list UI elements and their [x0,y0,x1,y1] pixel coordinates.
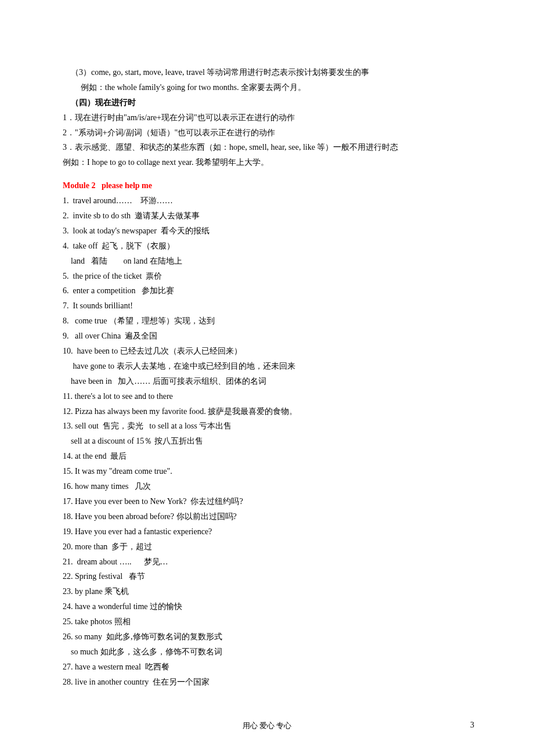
list-item: 22. Spring festival 春节 [63,569,476,584]
text-line: 例如：I hope to go to collage next year. 我希… [63,155,476,170]
list-item: 24. have a wonderful time 过的愉快 [63,599,476,614]
list-item: 3. look at today's newspaper 看今天的报纸 [63,224,476,239]
list-item: 25. take photos 照相 [63,614,476,629]
list-item: 11. there's a lot to see and to there [63,389,476,404]
list-item: 21. dream about ….. 梦见… [63,555,476,570]
list-item: 14. at the end 最后 [63,449,476,464]
list-item: 23. by plane 乘飞机 [63,584,476,599]
list-item: 16. how many times 几次 [63,479,476,494]
list-item: 12. Pizza has always been my favorite fo… [63,404,476,419]
text-line: 2．"系动词+介词/副词（短语）"也可以表示正在进行的动作 [63,125,476,141]
list-item: 5. the price of the ticket 票价 [63,269,476,284]
list-item: 2. invite sb to do sth 邀请某人去做某事 [63,208,476,224]
list-item: 10. have been to 已经去过几次（表示人已经回来） [63,344,476,359]
list-item: 17. Have you ever been to New York? 你去过纽… [63,494,476,509]
text-line: 例如：the whole family's going for two mont… [63,80,476,95]
list-item: 8. come true （希望，理想等）实现，达到 [63,314,476,329]
list-item: 6. enter a competition 参加比赛 [63,283,476,298]
list-item: 13. sell out 售完，卖光 to sell at a loss 亏本出… [63,419,476,434]
document-content: （3）come, go, start, move, leave, travel … [63,65,476,690]
list-item: so much 如此多，这么多，修饰不可数名词 [63,645,476,660]
list-item: land 着陆 on land 在陆地上 [63,254,476,269]
page-number: 3 [470,718,474,733]
list-item: 26. so many 如此多,修饰可数名词的复数形式 [63,629,476,645]
text-line: （3）come, go, start, move, leave, travel … [63,65,476,80]
text-line: 3．表示感觉、愿望、和状态的某些东西（如：hope, smell, hear, … [63,140,476,155]
list-item: 27. have a western meal 吃西餐 [63,660,476,675]
list-item: have been in 加入…… 后面可接表示组织、团体的名词 [63,374,476,389]
text-line: 1．现在进行时由"am/is/are+现在分词"也可以表示正在进行的动作 [63,110,476,125]
list-item: have gone to 表示人去某地，在途中或已经到目的地，还未回来 [63,359,476,374]
section-heading: （四）现在进行时 [63,95,476,110]
list-item: 9. all over China 遍及全国 [63,329,476,344]
list-item: 4. take off 起飞，脱下（衣服） [63,239,476,254]
page-footer: 用心 爱心 专心 [0,719,534,733]
list-item: 28. live in another country 住在另一个国家 [63,675,476,690]
list-item: 19. Have you ever had a fantastic experi… [63,524,476,539]
list-item: 7. It sounds brilliant! [63,298,476,314]
list-item: sell at a discount of 15％ 按八五折出售 [63,434,476,449]
list-item: 15. It was my "dream come true". [63,464,476,479]
module-title: Module 2 please help me [63,178,476,193]
list-item: 1. travel around…… 环游…… [63,193,476,208]
list-item: 20. more than 多于，超过 [63,539,476,555]
list-item: 18. Have you been abroad before? 你以前出过国吗… [63,509,476,524]
